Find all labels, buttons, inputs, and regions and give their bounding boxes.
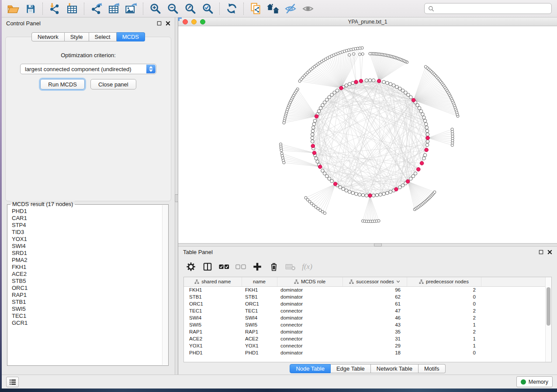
close-table-panel-icon[interactable] — [547, 250, 552, 254]
ring-node[interactable] — [313, 119, 317, 123]
first-neighbors-button[interactable] — [264, 1, 282, 16]
column-header-MCDS-role[interactable]: MCDS role — [277, 277, 343, 286]
mcds-hub-node[interactable] — [426, 136, 430, 140]
ring-node[interactable] — [345, 189, 348, 193]
ring-node[interactable] — [316, 160, 319, 163]
mcds-result-item[interactable]: STP4 — [12, 222, 162, 229]
ring-node[interactable] — [372, 79, 375, 82]
leaf-node[interactable] — [433, 191, 436, 193]
ring-node[interactable] — [339, 186, 342, 189]
table-row[interactable]: ACE2ACE2connector311 — [184, 335, 547, 342]
memory-button[interactable]: Memory — [516, 376, 553, 387]
leaf-node[interactable] — [377, 220, 380, 222]
task-history-button[interactable] — [6, 377, 19, 387]
ring-node[interactable] — [419, 110, 423, 113]
ring-node[interactable] — [351, 191, 355, 195]
ring-node[interactable] — [398, 87, 402, 90]
ring-node[interactable] — [379, 193, 382, 196]
mcds-hub-node[interactable] — [312, 151, 316, 155]
leaf-node[interactable] — [283, 161, 285, 164]
ring-node[interactable] — [422, 116, 426, 119]
table-row[interactable]: RAP1RAP1dominator352 — [184, 328, 547, 335]
leaf-node[interactable] — [424, 65, 427, 68]
zoom-fit-button[interactable] — [181, 1, 199, 16]
ring-node[interactable] — [361, 193, 365, 197]
close-window-icon[interactable] — [183, 19, 188, 24]
network-graph[interactable] — [178, 26, 557, 243]
ring-node[interactable] — [422, 157, 426, 160]
mcds-hub-node[interactable] — [425, 148, 429, 152]
add-column-button[interactable] — [250, 260, 265, 274]
network-from-selection-button[interactable] — [247, 1, 264, 16]
mcds-result-item[interactable]: SRD1 — [12, 250, 162, 257]
mcds-hub-node[interactable] — [416, 168, 420, 172]
table-row[interactable]: SWI4SWI4dominator462 — [184, 314, 547, 321]
ring-node[interactable] — [365, 194, 368, 197]
ring-node[interactable] — [321, 169, 325, 172]
mcds-hub-node[interactable] — [333, 182, 337, 186]
ring-node[interactable] — [426, 133, 429, 136]
ring-node[interactable] — [401, 89, 405, 93]
show-columns-button[interactable] — [200, 260, 215, 274]
ring-node[interactable] — [418, 107, 421, 110]
ring-node[interactable] — [426, 143, 429, 147]
tab-network[interactable]: Network — [31, 32, 65, 41]
ring-node[interactable] — [423, 119, 427, 123]
mcds-hub-node[interactable] — [368, 194, 372, 198]
export-table-button[interactable] — [105, 1, 122, 16]
ring-node[interactable] — [348, 190, 351, 194]
minimize-window-icon[interactable] — [191, 19, 197, 24]
ring-node[interactable] — [423, 154, 427, 157]
mcds-hub-node[interactable] — [377, 79, 381, 83]
network-canvas[interactable] — [178, 26, 557, 243]
leaf-node[interactable] — [358, 53, 361, 55]
ring-node[interactable] — [404, 91, 408, 94]
mcds-result-item[interactable]: SWI5 — [12, 306, 162, 313]
save-session-button[interactable] — [22, 1, 39, 16]
mcds-result-item[interactable]: RAP1 — [12, 292, 162, 299]
ring-node[interactable] — [382, 192, 386, 196]
ring-node[interactable] — [389, 83, 392, 86]
mcds-result-item[interactable]: SWI4 — [12, 243, 162, 250]
mcds-hub-node[interactable] — [339, 86, 343, 90]
ring-node[interactable] — [386, 81, 389, 85]
leaf-node[interactable] — [353, 53, 355, 55]
search-input[interactable] — [437, 6, 548, 12]
table-scrollbar-thumb[interactable] — [547, 287, 550, 326]
ring-node[interactable] — [311, 126, 315, 129]
leaf-node[interactable] — [348, 54, 351, 56]
ring-node[interactable] — [336, 89, 339, 93]
table-scrollbar[interactable] — [545, 277, 551, 362]
deselect-all-columns-button[interactable] — [233, 260, 248, 274]
zoom-in-button[interactable] — [146, 1, 164, 16]
tab-select[interactable]: Select — [89, 32, 117, 41]
column-header-shared-name[interactable]: shared name — [184, 277, 242, 286]
table-row[interactable]: SWI5SWI5connector431 — [184, 321, 547, 328]
column-header-predecessor-nodes[interactable]: predecessor nodes — [407, 277, 481, 286]
float-panel-icon[interactable] — [157, 21, 162, 26]
vertical-splitter[interactable] — [175, 17, 178, 375]
mcds-result-item[interactable]: STB1 — [12, 299, 162, 306]
tab-edge-table[interactable]: Edge Table — [331, 364, 371, 373]
table-row[interactable]: FKH1FKH1dominator962 — [184, 286, 547, 293]
ring-node[interactable] — [321, 103, 325, 107]
show-all-button[interactable] — [299, 1, 317, 16]
mcds-result-item[interactable]: PHD1 — [12, 208, 162, 215]
leaf-node[interactable] — [283, 121, 285, 124]
ring-node[interactable] — [398, 186, 402, 189]
import-table-button[interactable] — [63, 1, 81, 16]
table-row[interactable]: PHD1PHD1dominator180 — [184, 349, 547, 356]
delete-column-button[interactable] — [266, 260, 281, 274]
ring-node[interactable] — [386, 191, 389, 195]
ring-node[interactable] — [319, 107, 322, 110]
ring-node[interactable] — [348, 83, 351, 86]
mcds-hub-node[interactable] — [311, 144, 315, 148]
table-row[interactable]: ORC1ORC1dominator610 — [184, 300, 547, 307]
criterion-select[interactable]: largest connected component (undirected) — [20, 64, 156, 74]
horizontal-splitter[interactable] — [178, 243, 557, 247]
mcds-hub-node[interactable] — [315, 114, 318, 118]
node-table[interactable]: shared namenameMCDS rolesuccessor nodesp… — [184, 277, 547, 356]
ring-node[interactable] — [311, 129, 315, 133]
mcds-hub-node[interactable] — [406, 179, 410, 183]
ring-node[interactable] — [421, 113, 425, 116]
